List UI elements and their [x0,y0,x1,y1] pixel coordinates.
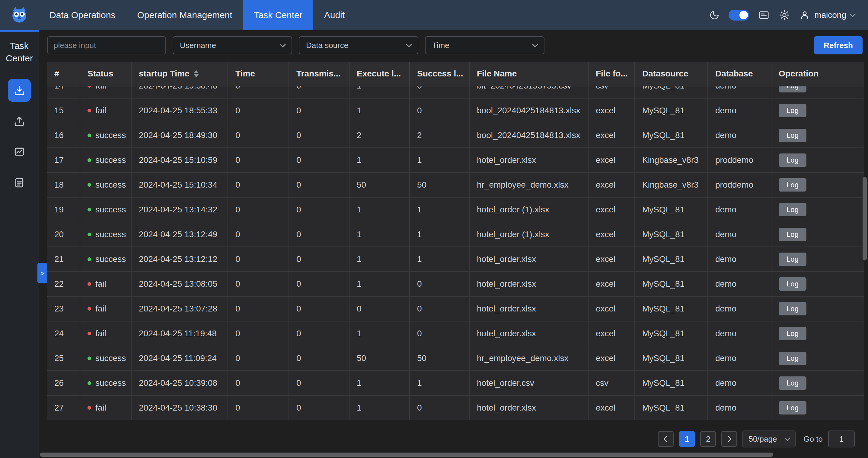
status-dot [88,134,91,137]
nav-item[interactable]: Audit [313,0,355,30]
status-cell: fail [80,98,132,123]
operation-cell: Log [771,371,864,395]
user-menu[interactable]: maicong [799,10,855,21]
sidebar-item-monitor[interactable] [8,141,31,164]
status-text: success [95,180,126,190]
log-button[interactable]: Log [779,86,806,92]
cell-database: demo [708,272,771,296]
cell-startup_time: 2024-04-25 13:14:32 [132,198,228,222]
operation-cell: Log [771,198,864,222]
cell-time: 0 [228,247,289,271]
table-body: 14fail2024-04-25 19:38:460010bit_2024042… [47,86,864,420]
nav-item[interactable]: Data Operations [39,0,126,30]
time-select[interactable]: Time [425,36,545,54]
cell-file_name: bool_20240425184813.xlsx [470,98,589,123]
cell-index: 14 [47,86,80,98]
cell-execute: 1 [349,198,410,222]
sidebar-item-download[interactable] [8,79,31,102]
log-button[interactable]: Log [779,253,806,266]
log-button[interactable]: Log [779,302,806,315]
chevron-down-icon [532,41,538,48]
log-button[interactable]: Log [779,203,806,216]
next-page-button[interactable] [721,431,737,447]
status-text: fail [95,403,106,413]
cell-execute: 1 [349,148,410,172]
sidebar-item-report[interactable] [8,171,31,194]
select-value: Time [432,41,450,50]
status-cell: success [80,123,132,147]
cell-transmission: 0 [289,98,349,123]
cell-file_name: hotel_order.xlsx [470,272,589,296]
column-header: Execute l... [349,62,410,86]
cell-execute: 1 [349,371,410,395]
log-button[interactable]: Log [779,352,806,365]
sidebar-expander[interactable]: » [37,263,47,283]
log-button[interactable]: Log [779,228,806,241]
page-size-select[interactable]: 50/page [742,430,796,448]
nav-items: Data OperationsOperation ManagementTask … [39,0,355,30]
cell-success: 2 [410,123,470,147]
datasource-select[interactable]: Data source [299,36,418,54]
language-icon[interactable] [758,9,770,21]
cell-transmission: 0 [289,247,349,271]
log-button[interactable]: Log [779,376,806,390]
cell-database: demo [708,198,771,222]
cell-execute: 1 [349,98,410,123]
sidebar-icons [8,79,31,194]
nav-item[interactable]: Operation Management [126,0,243,30]
log-button[interactable]: Log [779,401,806,414]
cell-file_name: bool_20240425184813.xlsx [470,123,589,147]
log-button[interactable]: Log [779,178,806,192]
log-button[interactable]: Log [779,104,806,117]
chevron-down-icon [849,11,856,17]
log-button[interactable]: Log [779,129,806,142]
sort-icon[interactable] [194,70,198,77]
cell-index: 18 [47,173,80,197]
page-button[interactable]: 1 [679,431,695,447]
table-row: 16success2024-04-25 18:49:300022bool_202… [47,123,864,148]
sidebar-item-upload[interactable] [8,110,31,133]
theme-toggle[interactable] [728,10,749,21]
status-text: fail [95,279,106,289]
log-button[interactable]: Log [779,327,806,340]
cell-file_format: excel [589,321,635,346]
task-table: #Statusstartup TimeTimeTransmis...Execut… [47,62,864,420]
status-dot [88,381,91,385]
username-select[interactable]: Username [173,36,292,54]
gear-icon[interactable] [779,9,790,21]
brand-logo[interactable] [0,5,39,25]
moon-icon [709,10,719,20]
user-icon [799,10,810,21]
nav-item[interactable]: Task Center [243,0,313,30]
cell-startup_time: 2024-04-25 11:09:24 [132,346,228,370]
cell-time: 0 [228,272,289,296]
status-cell: success [80,198,132,222]
horizontal-scrollbar-thumb[interactable] [40,453,773,457]
cell-datasource: Kingbase_v8r3 [635,148,708,172]
status-cell: success [80,371,132,395]
cell-database: proddemo [708,173,771,197]
goto-page-input[interactable] [828,430,855,448]
column-header[interactable]: startup Time [132,62,228,86]
operation-cell: Log [771,222,864,247]
status-text: success [95,254,126,264]
vertical-scrollbar-thumb[interactable] [863,177,867,260]
cell-file_format: excel [589,346,635,370]
page-button[interactable]: 2 [700,431,716,447]
table-header-row: #Statusstartup TimeTimeTransmis...Execut… [47,62,864,86]
cell-index: 25 [47,346,80,370]
refresh-button[interactable]: Refresh [814,36,863,54]
prev-page-button[interactable] [658,431,674,447]
table-row: 19success2024-04-25 13:14:320011hotel_or… [47,198,864,222]
status-text: success [95,131,126,140]
cell-index: 16 [47,123,80,147]
cell-file_name: hotel_order.xlsx [470,297,589,321]
chevron-down-icon [406,41,412,48]
log-button[interactable]: Log [779,153,806,167]
content: Username Data source Time Refresh #Statu… [39,30,868,458]
cell-datasource: MySQL_81 [635,396,708,420]
cell-transmission: 0 [289,272,349,296]
log-button[interactable]: Log [779,277,806,291]
cell-startup_time: 2024-04-25 18:49:30 [132,123,228,147]
search-input[interactable] [47,36,166,54]
